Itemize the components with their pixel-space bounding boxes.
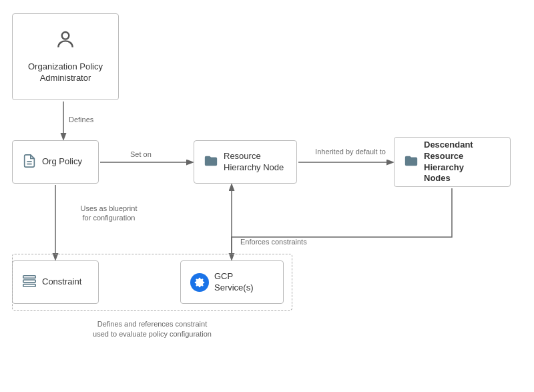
diagram-container: Organization Policy Administrator Define…	[0, 0, 534, 392]
resource-box: Resource Hierarchy Node	[194, 140, 297, 184]
inherited-label: Inherited by default to	[307, 147, 394, 156]
resource-folder-icon	[204, 154, 218, 170]
admin-label: Organization Policy Administrator	[28, 61, 103, 84]
doc-icon	[22, 154, 37, 170]
admin-box: Organization Policy Administrator	[12, 13, 119, 100]
set-on-label: Set on	[130, 150, 152, 159]
org-policy-label: Org Policy	[42, 156, 82, 168]
blueprint-label: Uses as blueprint for configuration	[69, 204, 149, 223]
admin-icon	[55, 29, 76, 56]
descendant-label: Descendant Resource Hierarchy Nodes	[424, 140, 501, 185]
dashed-label: Defines and references constraint used t…	[12, 319, 292, 340]
defines-label: Defines	[69, 115, 93, 124]
descendant-folder-icon	[404, 154, 419, 170]
svg-point-5	[62, 32, 69, 39]
descendant-box: Descendant Resource Hierarchy Nodes	[394, 137, 511, 187]
resource-label: Resource Hierarchy Node	[224, 151, 284, 174]
enforces-label: Enforces constraints	[240, 237, 307, 246]
dashed-boundary	[12, 254, 292, 311]
org-policy-box: Org Policy	[12, 140, 99, 184]
